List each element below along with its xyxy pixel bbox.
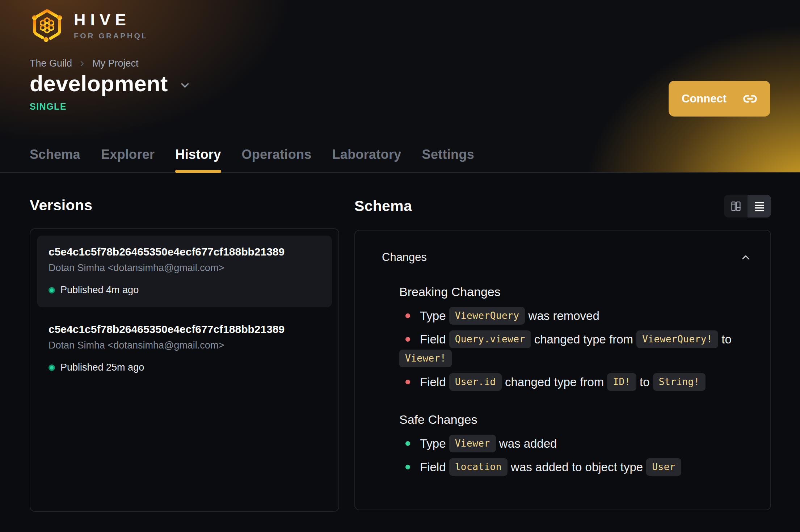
page-title: development bbox=[30, 71, 168, 96]
hive-logo-icon bbox=[30, 8, 64, 43]
tab-operations[interactable]: Operations bbox=[242, 147, 312, 173]
tab-history[interactable]: History bbox=[175, 147, 221, 173]
version-status: Published 4m ago bbox=[49, 284, 320, 296]
change-item: Field location was added to object type … bbox=[399, 457, 747, 477]
brand-name: HIVE bbox=[74, 10, 148, 29]
versions-title: Versions bbox=[30, 197, 339, 214]
code-chip: User.id bbox=[449, 373, 502, 391]
code-chip: Viewer bbox=[449, 435, 496, 452]
code-chip: ID! bbox=[607, 373, 636, 391]
changes-collapse-header[interactable]: Changes bbox=[355, 231, 770, 264]
change-item: Type Viewer was added bbox=[399, 434, 747, 453]
tab-laboratory[interactable]: Laboratory bbox=[332, 147, 401, 173]
code-chip: String! bbox=[653, 373, 706, 391]
change-item: Type ViewerQuery was removed bbox=[399, 306, 747, 325]
code-chip: location bbox=[449, 458, 508, 476]
target-mode-badge: SINGLE bbox=[30, 101, 67, 112]
version-item[interactable]: c5e4c1c5f78b26465350e4ecf677cf188bb21389… bbox=[37, 313, 332, 385]
changes-section-heading: Breaking Changes bbox=[399, 285, 753, 299]
version-status-text: Published 25m ago bbox=[60, 362, 144, 373]
change-item: Field Query.viewer changed type from Vie… bbox=[399, 330, 747, 368]
connect-button[interactable]: Connect bbox=[669, 81, 770, 117]
version-status-text: Published 4m ago bbox=[60, 284, 139, 296]
connect-label: Connect bbox=[682, 92, 727, 105]
version-status: Published 25m ago bbox=[49, 362, 320, 373]
brand-tagline: FOR GRAPHQL bbox=[74, 31, 148, 40]
tab-explorer[interactable]: Explorer bbox=[101, 147, 155, 173]
changes-section-heading: Safe Changes bbox=[399, 413, 753, 427]
code-chip: Viewer! bbox=[399, 350, 452, 367]
schema-section: Schema Changes bbox=[354, 173, 771, 512]
brand[interactable]: HIVE FOR GRAPHQL bbox=[30, 8, 148, 43]
list-layout-icon bbox=[754, 200, 765, 212]
breadcrumb: The Guild My Project bbox=[30, 58, 139, 69]
schema-header-row: Schema bbox=[354, 195, 771, 218]
code-chip: User bbox=[646, 458, 681, 476]
list-view-button[interactable] bbox=[748, 195, 771, 218]
version-hash: c5e4c1c5f78b26465350e4ecf677cf188bb21389 bbox=[49, 246, 320, 258]
target-title-row: development bbox=[30, 71, 191, 96]
versions-section: Versions c5e4c1c5f78b26465350e4ecf677cf1… bbox=[30, 173, 339, 512]
code-chip: ViewerQuery! bbox=[636, 330, 718, 348]
header: HIVE FOR GRAPHQL The Guild My Project de… bbox=[0, 0, 800, 173]
changes-body: Breaking ChangesType ViewerQuery was rem… bbox=[355, 285, 770, 477]
link-icon bbox=[743, 92, 757, 106]
changes-title: Changes bbox=[382, 251, 427, 264]
published-dot-icon bbox=[49, 364, 55, 371]
chevron-right-icon bbox=[78, 59, 87, 68]
breaking-changes-list: Type ViewerQuery was removedField Query.… bbox=[399, 306, 753, 392]
chevron-down-icon[interactable] bbox=[179, 79, 191, 92]
view-toggle bbox=[724, 195, 771, 218]
code-chip: Query.viewer bbox=[449, 330, 531, 348]
breadcrumb-project[interactable]: My Project bbox=[92, 58, 139, 69]
schema-title: Schema bbox=[354, 198, 412, 215]
version-author: Dotan Simha <dotansimha@gmail.com> bbox=[49, 262, 320, 274]
main-content: Versions c5e4c1c5f78b26465350e4ecf677cf1… bbox=[0, 173, 800, 512]
version-item[interactable]: c5e4c1c5f78b26465350e4ecf677cf188bb21389… bbox=[37, 236, 332, 307]
versions-panel: c5e4c1c5f78b26465350e4ecf677cf188bb21389… bbox=[30, 228, 339, 512]
safe-changes-list: Type Viewer was addedField location was … bbox=[399, 434, 753, 477]
chevron-up-icon[interactable] bbox=[740, 252, 751, 263]
breadcrumb-org[interactable]: The Guild bbox=[30, 58, 72, 69]
code-chip: ViewerQuery bbox=[449, 307, 525, 325]
published-dot-icon bbox=[49, 287, 55, 294]
change-item: Field User.id changed type from ID! to S… bbox=[399, 372, 747, 392]
columns-view-button[interactable] bbox=[724, 195, 748, 218]
columns-layout-icon bbox=[730, 200, 742, 212]
tab-settings[interactable]: Settings bbox=[422, 147, 474, 173]
version-hash: c5e4c1c5f78b26465350e4ecf677cf188bb21389 bbox=[49, 323, 320, 335]
version-author: Dotan Simha <dotansimha@gmail.com> bbox=[49, 340, 320, 351]
tab-bar: SchemaExplorerHistoryOperationsLaborator… bbox=[30, 147, 474, 173]
tab-schema[interactable]: Schema bbox=[30, 147, 80, 173]
changes-panel: Changes Breaking ChangesType ViewerQuery… bbox=[354, 230, 771, 510]
brand-text: HIVE FOR GRAPHQL bbox=[74, 10, 148, 40]
